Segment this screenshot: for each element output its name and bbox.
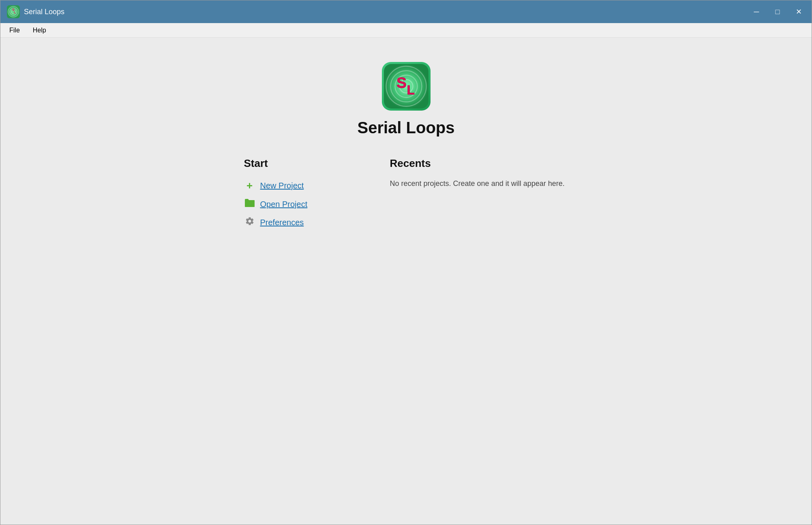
open-project-link[interactable]: Open Project xyxy=(244,198,325,210)
menu-help[interactable]: Help xyxy=(27,25,52,36)
recents-section: Recents No recent projects. Create one a… xyxy=(390,157,568,228)
svg-text:L: L xyxy=(407,83,414,97)
close-button[interactable]: ✕ xyxy=(792,5,805,18)
titlebar-left: S L Serial Loops xyxy=(7,5,64,18)
maximize-button[interactable]: □ xyxy=(771,5,784,18)
titlebar-title: Serial Loops xyxy=(24,8,64,16)
new-project-label: New Project xyxy=(260,181,304,190)
svg-text:L: L xyxy=(14,11,16,14)
open-project-label: Open Project xyxy=(260,200,308,209)
app-logo-svg: S L xyxy=(384,64,428,109)
preferences-link[interactable]: Preferences xyxy=(244,216,325,228)
new-project-icon: + xyxy=(244,179,255,192)
svg-rect-0 xyxy=(7,5,20,18)
action-list: + New Project Open Project xyxy=(244,179,325,228)
minimize-button[interactable]: ─ xyxy=(750,5,763,18)
content-area: S L Serial Loops Start + New Project xyxy=(0,38,812,525)
new-project-link[interactable]: + New Project xyxy=(244,179,325,192)
menu-file[interactable]: File xyxy=(4,25,26,36)
recents-empty-message: No recent projects. Create one and it wi… xyxy=(390,179,568,188)
open-project-icon xyxy=(244,198,255,210)
start-section: Start + New Project xyxy=(244,157,325,228)
app-title: Serial Loops xyxy=(357,119,454,137)
preferences-label: Preferences xyxy=(260,218,304,227)
start-heading: Start xyxy=(244,157,325,170)
app-logo: S L xyxy=(382,62,431,111)
main-window: S L Serial Loops ─ □ ✕ File Help xyxy=(0,0,812,525)
window-controls: ─ □ ✕ xyxy=(750,5,805,18)
titlebar-app-icon: S L xyxy=(7,5,20,18)
recents-heading: Recents xyxy=(390,157,568,170)
svg-text:S: S xyxy=(396,75,406,91)
preferences-icon xyxy=(244,216,255,228)
titlebar: S L Serial Loops ─ □ ✕ xyxy=(0,0,812,23)
menubar: File Help xyxy=(0,23,812,38)
main-section: Start + New Project xyxy=(244,157,568,228)
